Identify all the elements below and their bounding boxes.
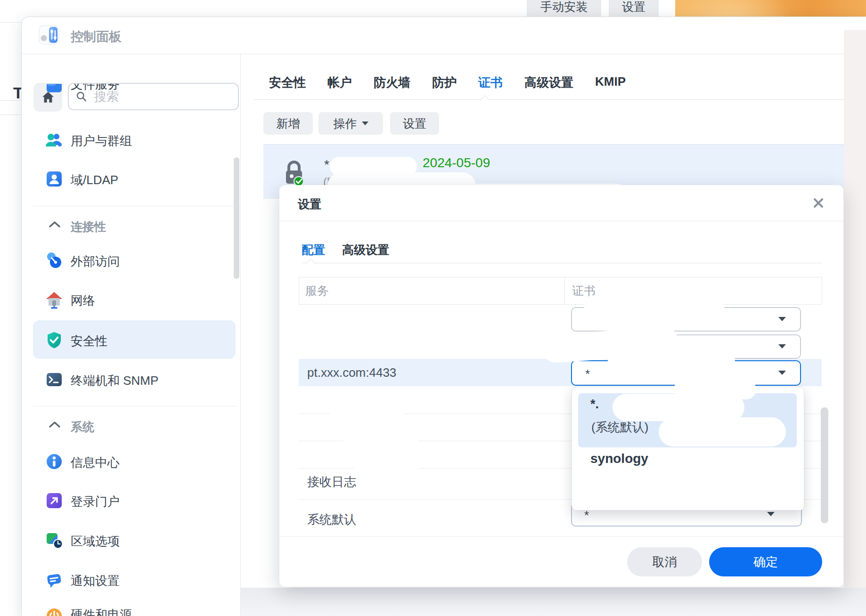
tab-certificate[interactable]: 证书 [478,74,503,91]
section-system[interactable]: 系统 [71,419,94,435]
dropdown-caret-icon [778,344,786,349]
main-tab-bar: 安全性 帐户 防火墙 防护 证书 高级设置 KMIP [269,74,626,91]
certificate-lock-icon [284,159,304,188]
menu-option-synology[interactable]: synology [590,451,648,466]
sidebar-section-divider [33,206,237,206]
content-right-strip [844,30,866,616]
sidebar-item-file-services-partial[interactable]: 文件服务 [33,84,221,103]
sidebar-item-info-center[interactable]: 信息中心 [71,454,120,471]
sidebar-item-login-portal[interactable]: 登录门户 [71,494,120,510]
certificate-expiry-date: 2024-05-09 [423,155,490,170]
chevron-up-icon[interactable] [49,421,61,431]
action-caret-icon [362,122,368,125]
security-shield-icon [45,331,64,349]
sidebar-item-domain-ldap[interactable]: 域/LDAP [71,172,118,188]
control-panel-icon [39,24,59,47]
redaction-blob [351,436,422,476]
sidebar-item-regional-options[interactable]: 区域选项 [71,533,120,550]
network-icon [45,290,64,309]
dropdown-selected-value: * [585,367,590,381]
redaction-blob [330,398,405,441]
close-icon[interactable] [811,196,825,212]
sidebar-item-users[interactable]: 用户与群组 [71,133,132,149]
dropdown-caret-icon [778,371,786,375]
file-services-icon [45,84,64,98]
terminal-snmp-icon [45,370,64,389]
table-border [299,304,822,305]
dialog-footer-divider [279,536,843,537]
sidebar-item-external-access[interactable]: 外部访问 [71,253,120,270]
regional-options-icon [45,531,64,550]
table-border [299,277,822,277]
tab-security[interactable]: 安全性 [269,74,306,91]
log-row-label: 接收日志 [307,474,356,490]
sidebar-item-security[interactable]: 安全性 [71,333,107,349]
sidebar-section-divider [33,406,237,406]
table-border [822,277,822,304]
column-header-certificate: 证书 [572,283,596,299]
redaction-blob [583,297,725,326]
tab-protection[interactable]: 防护 [432,74,457,91]
content-below-dialog [241,588,866,616]
sidebar-item-network[interactable]: 网络 [71,292,95,309]
dialog-header-divider [279,221,843,221]
redaction-blob [659,417,786,446]
column-header-service: 服务 [305,283,329,299]
login-portal-icon [45,491,64,510]
redaction-blob [674,380,756,399]
tab-advanced[interactable]: 高级设置 [524,74,573,91]
dropdown-caret-icon [778,317,786,321]
add-button[interactable]: 新增 [263,112,313,135]
window-title: 控制面板 [71,28,122,45]
chevron-up-icon[interactable] [49,220,61,231]
redaction-blob [608,352,735,368]
users-groups-icon [45,130,64,149]
menu-option1-line2: (系统默认) [591,419,648,436]
tab-firewall[interactable]: 防火墙 [374,74,410,91]
table-border [299,277,299,304]
default-row-label: 系统默认 [307,511,356,528]
sidebar-item-notification-settings[interactable]: 通知设置 [71,573,120,589]
tab-account[interactable]: 帐户 [327,74,352,91]
background-line [0,114,21,115]
manual-install-label: 手动安装 [540,0,588,15]
external-access-icon [45,251,64,270]
top-settings-label: 设置 [622,0,645,15]
sidebar-item-hardware-power-partial[interactable]: 硬件和电源 [33,604,221,616]
dialog-tab-config[interactable]: 配置 [302,242,325,258]
domain-ldap-icon [45,170,64,188]
section-connectivity[interactable]: 连接性 [71,219,106,235]
settings-button[interactable]: 设置 [390,112,439,135]
dropdown-caret-icon [767,512,775,516]
sidebar-scrollbar[interactable] [234,157,239,279]
dialog-tab-underline [302,263,822,263]
certificate-name: * [324,157,329,172]
info-center-icon [45,452,64,471]
window-header-divider [22,54,866,54]
action-button[interactable]: 操作 [319,112,383,135]
dialog-title: 设置 [298,196,321,212]
table-border [564,277,565,304]
sidebar-divider [240,54,241,616]
dialog-table-scrollbar[interactable] [821,407,828,523]
sidebar-item-terminal-snmp[interactable]: 终端机和 SNMP [71,373,158,389]
screen: T 手动安装 设置 控制面板 [0,0,866,616]
dialog-tab-advanced[interactable]: 高级设置 [342,242,389,258]
cancel-button[interactable]: 取消 [627,547,702,576]
tab-underline [253,99,866,100]
service-cell: pt.xxx.com:4433 [307,365,396,380]
ok-button[interactable]: 确定 [709,547,822,576]
tab-kmip[interactable]: KMIP [595,74,626,91]
hardware-power-icon [45,606,64,616]
notification-settings-icon [45,570,64,589]
menu-option1-line1: *. [590,397,599,412]
